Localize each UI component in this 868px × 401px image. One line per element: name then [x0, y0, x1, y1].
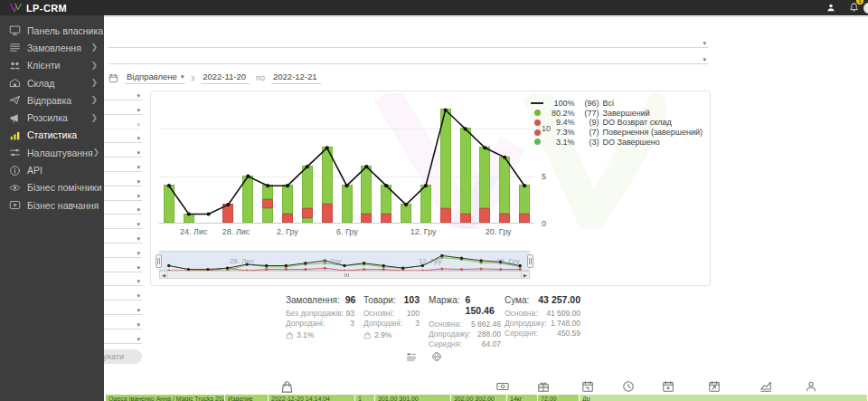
- legend-item[interactable]: 100% (96) Всі: [530, 99, 703, 109]
- legend-item[interactable]: 7.3% (7) Повернення (завершений): [530, 128, 703, 138]
- calendar-date-icon[interactable]: [581, 380, 594, 393]
- completed-segment: [342, 185, 353, 223]
- chevron-down-icon: ▾: [137, 193, 140, 199]
- banknote-icon[interactable]: [496, 380, 509, 393]
- filter-select-1[interactable]: ▾: [108, 34, 708, 48]
- sidebar-item-settings[interactable]: Налаштування❯: [0, 144, 104, 161]
- chart-bar-17: [479, 147, 490, 223]
- sidebar-item-shipping[interactable]: Відправка❯: [0, 91, 104, 109]
- chevron-down-icon: ▾: [137, 206, 140, 213]
- chart-bar-6: [262, 185, 273, 223]
- chevron-down-icon: ▾: [137, 121, 140, 128]
- sidebar-item-label: Відправка: [27, 95, 71, 106]
- edge-avatar[interactable]: [863, 3, 868, 14]
- return-segment: [479, 208, 490, 223]
- summary-row-label: Середня:: [505, 329, 538, 339]
- completed-segment: [164, 185, 175, 223]
- table-row[interactable]: Одеса Іваненко Анна / Magic Trucks 2022И…: [106, 395, 868, 401]
- sidebar-item-business-training[interactable]: Бізнес навчання: [0, 196, 104, 214]
- summary-upsell-percent: 2.9%: [374, 330, 392, 339]
- top-bar: LP-CRM 1: [0, 0, 868, 15]
- return-segment: [460, 214, 471, 223]
- sidebar-item-label: API: [27, 165, 42, 176]
- sidebar-item-api[interactable]: API: [0, 161, 104, 178]
- chart-navigator[interactable]: 28. Лис5. Гру12. Гру19. Гру: [159, 251, 530, 271]
- completed-segment: [401, 204, 411, 223]
- x-axis-label: 6. Гру: [336, 227, 358, 236]
- sidebar-item-owner-panel[interactable]: Панель власника: [0, 22, 104, 39]
- sidebar: Панель власникаЗамовлення❯Клієнти❯Склад❯…: [0, 15, 104, 401]
- completed-segment: [302, 218, 313, 223]
- person-icon[interactable]: [805, 380, 817, 393]
- table-view-icon[interactable]: [406, 351, 417, 362]
- legend-item[interactable]: 9.4% (9) DO Возврат склад: [530, 118, 703, 128]
- calendar-icon[interactable]: [108, 73, 118, 84]
- bag-icon[interactable]: [280, 380, 294, 394]
- sidebar-item-statistics[interactable]: Статистика: [0, 127, 104, 144]
- sidebar-item-business-helpers[interactable]: Бізнес помічники: [0, 179, 104, 196]
- table-cell: 14кг: [507, 395, 538, 401]
- logo-v-icon: [9, 2, 23, 14]
- sidebar-item-clients[interactable]: Клієнти❯: [0, 57, 104, 74]
- completed-segment: [420, 185, 431, 223]
- navigator-left-handle[interactable]: [156, 254, 162, 268]
- app-logo[interactable]: LP-CRM: [9, 2, 67, 14]
- area-chart-icon[interactable]: [760, 380, 772, 393]
- chart-bar-16: [460, 128, 471, 223]
- x-axis-label: 28. Лис: [222, 227, 250, 236]
- sidebar-item-orders[interactable]: Замовлення❯: [0, 39, 104, 56]
- chevron-down-icon: ▾: [703, 56, 706, 62]
- statistics-icon: [9, 129, 21, 141]
- chevron-down-icon: ▾: [137, 164, 140, 170]
- table-cell: 302.00 302.00: [451, 395, 507, 401]
- legend-count: (3): [577, 138, 599, 147]
- logo-text: LP-CRM: [26, 3, 67, 14]
- summary-row-value: 41 509.00: [546, 309, 580, 319]
- completed-segment: [322, 147, 333, 204]
- sidebar-item-label: Бізнес помічники: [27, 182, 102, 193]
- filter-select-2[interactable]: ▾: [108, 51, 708, 64]
- package-icon[interactable]: [537, 380, 550, 393]
- summary-row-value: 450.59: [557, 329, 580, 339]
- date-from-input[interactable]: 2022-11-20: [201, 72, 250, 84]
- summary-header-value: 6 150.46: [466, 294, 501, 316]
- orders-icon: [9, 42, 21, 53]
- notifications-button[interactable]: 1: [849, 0, 859, 16]
- date-to-input[interactable]: 2022-12-21: [271, 72, 321, 84]
- sidebar-item-label: Клієнти: [27, 60, 60, 71]
- clock-icon[interactable]: [622, 380, 635, 393]
- chart-bar-11: [361, 166, 372, 223]
- chart-bar-4: [222, 204, 233, 223]
- legend-label: Повернення (завершений): [602, 128, 703, 137]
- summary-row-value: 1 748.00: [551, 319, 580, 329]
- date-type-select[interactable]: Відправлене ▾: [125, 72, 184, 84]
- summary-header-label: Маржа:: [429, 295, 460, 305]
- gridline: [159, 177, 534, 177]
- scrollbar-grip[interactable]: [344, 273, 349, 277]
- sidebar-item-mailing[interactable]: Розсилка❯: [0, 109, 104, 126]
- calendar-update-icon[interactable]: [708, 380, 721, 393]
- statistics-chart-card: 100% (96) Всі 80.2% (77) Завершений 9.4%…: [150, 91, 711, 286]
- sidebar-item-warehouse[interactable]: Склад❯: [0, 74, 104, 91]
- scroll-right-arrow-icon[interactable]: ▶: [521, 272, 529, 278]
- navigator-scrollbar[interactable]: ◀ ▶: [159, 271, 530, 279]
- legend-percent: 100%: [547, 99, 574, 108]
- legend-item[interactable]: 80.2% (77) Завершений: [530, 109, 703, 119]
- to-label: по: [256, 73, 265, 84]
- scroll-left-arrow-icon[interactable]: ◀: [160, 272, 168, 278]
- helpers-icon: [9, 182, 21, 194]
- warehouse-icon: [9, 77, 21, 89]
- user-icon[interactable]: [826, 3, 835, 13]
- navigator-date-label: 12. Гру: [419, 257, 442, 265]
- summary-column-3: Маржа:6 150.46Основна:5 862.46Допродажу:…: [429, 294, 501, 349]
- chevron-down-icon: ▾: [137, 92, 140, 99]
- return-segment: [519, 214, 530, 223]
- legend-percent: 3.1%: [547, 138, 574, 147]
- shipping-icon: [9, 94, 21, 106]
- legend-item[interactable]: 3.1% (3) DO Завершено: [530, 137, 703, 147]
- globe-icon[interactable]: [431, 351, 442, 362]
- calendar-send-icon[interactable]: [662, 380, 675, 393]
- chevron-right-icon: ❯: [90, 114, 98, 122]
- navigator-right-handle[interactable]: [527, 254, 533, 268]
- summary-header-label: Замовлення:: [286, 295, 340, 305]
